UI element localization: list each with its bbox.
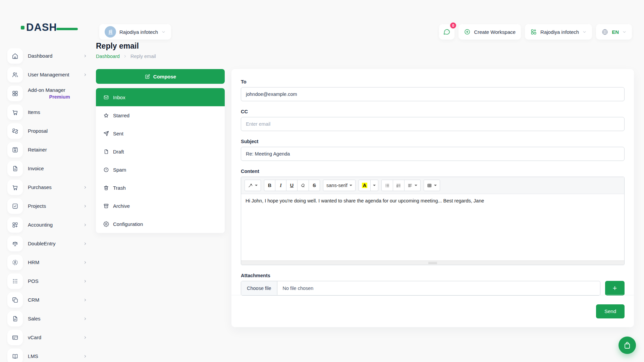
folder-trash[interactable]: Trash [96, 179, 225, 197]
sidebar-item-vcard[interactable]: vCard [7, 330, 91, 345]
chat-icon [443, 28, 450, 36]
list-ul-icon [385, 183, 390, 188]
chevron-right-icon [83, 279, 87, 283]
folder-draft[interactable]: Draft [96, 142, 225, 161]
sidebar-item-purchases[interactable]: Purchases [7, 180, 91, 195]
logo-bar [56, 28, 78, 30]
logo-dot [21, 26, 24, 29]
attachments-group: Attachments Choose file No file chosen + [241, 273, 625, 296]
folder-inbox[interactable]: Inbox [96, 88, 225, 106]
sidebar-item-items[interactable]: Items [7, 105, 91, 120]
chevron-right-icon [83, 73, 87, 77]
style-dropdown-button[interactable] [245, 180, 261, 191]
table-dropdown-button[interactable] [424, 180, 440, 191]
chevron-right-icon [83, 354, 87, 358]
subject-group: Subject [241, 139, 625, 161]
gear-icon [103, 221, 109, 227]
sidebar-item-user-management[interactable]: User Management [7, 67, 91, 82]
to-input[interactable] [241, 87, 625, 101]
font-color-button[interactable]: A [359, 180, 371, 191]
company-menu[interactable]: Rajodiya infotech [525, 24, 592, 40]
alert-circle-icon [103, 167, 109, 173]
sidebar-item-sales[interactable]: Sales [7, 311, 91, 326]
caret-icon [434, 185, 437, 186]
subject-input[interactable] [241, 147, 625, 161]
messages-button[interactable]: 0 [439, 24, 454, 40]
reply-email-card: To CC Subject Content [231, 69, 634, 327]
language-menu[interactable]: EN [596, 24, 632, 40]
app-root: DASH Rajodiya infotech 0 Create [0, 0, 644, 362]
choose-file-button[interactable]: Choose file [241, 281, 277, 295]
file-input[interactable]: Choose file No file chosen [241, 281, 600, 296]
sidebar-item-addon-manager[interactable]: Add-on Manager Premium [7, 86, 91, 101]
chevron-right-icon [83, 204, 87, 208]
sidebar-item-hrm[interactable]: HRM [7, 255, 91, 270]
subject-label: Subject [241, 139, 625, 144]
table-icon [427, 183, 432, 188]
caret-icon [415, 185, 417, 186]
chevron-down-icon [161, 30, 166, 34]
workspace-avatar [105, 26, 116, 38]
cart-icon [7, 105, 23, 120]
underline-button[interactable]: U [286, 180, 298, 191]
sidebar-item-lms[interactable]: LMS [7, 349, 91, 362]
ordered-list-button[interactable] [393, 180, 405, 191]
file-icon [7, 311, 23, 326]
sidebar-item-pos[interactable]: POS [7, 274, 91, 289]
email-body-editor[interactable]: Hi John, I hope you're doing well. I wan… [241, 194, 624, 260]
chevron-right-icon [83, 242, 87, 246]
magic-wand-icon [248, 183, 253, 188]
bold-button[interactable]: B [264, 180, 275, 191]
add-attachment-button[interactable]: + [605, 281, 625, 296]
chevron-right-icon [83, 223, 87, 227]
folder-sent[interactable]: Sent [96, 124, 225, 142]
workspace-grid-icon [530, 28, 537, 35]
paragraph-align-dropdown[interactable] [404, 180, 421, 191]
language-code: EN [612, 29, 619, 35]
sidebar-item-invoice[interactable]: Invoice [7, 161, 91, 176]
folder-archive[interactable]: Archive [96, 197, 225, 215]
sidebar-item-proposal[interactable]: Proposal [7, 123, 91, 139]
chevron-down-icon [582, 30, 587, 34]
folder-configuration[interactable]: Configuration [96, 215, 225, 233]
copy-cards-icon [7, 292, 23, 308]
list-ol-icon [396, 183, 401, 188]
marketplace-fab[interactable] [619, 337, 636, 354]
caret-icon [373, 185, 376, 186]
unordered-list-button[interactable] [381, 180, 393, 191]
sidebar-item-dashboard[interactable]: Dashboard [7, 48, 91, 64]
cc-input[interactable] [241, 117, 625, 131]
create-workspace-label: Create Workspace [474, 29, 516, 35]
chevron-right-icon [83, 54, 87, 58]
italic-button[interactable]: I [275, 180, 286, 191]
page-head: Reply email Dashboard Reply email [96, 42, 156, 59]
breadcrumb-dashboard[interactable]: Dashboard [96, 54, 120, 59]
sidebar: Dashboard User Management Add-on Manager… [7, 48, 91, 362]
folder-spam[interactable]: Spam [96, 161, 225, 179]
app-logo: DASH [21, 21, 72, 34]
editor-resize-handle[interactable] [241, 260, 624, 265]
page-title: Reply email [96, 42, 156, 51]
sidebar-item-projects[interactable]: Projects [7, 198, 91, 214]
sidebar-item-retainer[interactable]: Retainer [7, 142, 91, 158]
font-color-caret-button[interactable] [370, 180, 378, 191]
sidebar-item-crm[interactable]: CRM [7, 292, 91, 308]
users-icon [7, 67, 23, 82]
chevron-right-icon [83, 185, 87, 189]
strikethrough-button[interactable]: S [309, 180, 320, 191]
check-square-icon [7, 198, 23, 214]
star-icon [103, 113, 109, 118]
send-button[interactable]: Send [596, 304, 625, 318]
compose-button[interactable]: Compose [96, 69, 225, 84]
breadcrumb-current: Reply email [130, 54, 156, 59]
eraser-button[interactable] [297, 180, 309, 191]
shopping-bag-icon [623, 341, 631, 349]
sidebar-item-doubleentry[interactable]: DoubleEntry [7, 236, 91, 251]
to-group: To [241, 79, 625, 101]
workspace-switcher[interactable]: Rajodiya infotech [99, 24, 171, 40]
folder-starred[interactable]: Starred [96, 106, 225, 124]
swap-boxes-icon [7, 123, 23, 139]
sidebar-item-accounting[interactable]: Accounting [7, 217, 91, 233]
create-workspace-button[interactable]: Create Workspace [459, 24, 521, 40]
font-family-dropdown[interactable]: sans-serif [323, 180, 356, 191]
